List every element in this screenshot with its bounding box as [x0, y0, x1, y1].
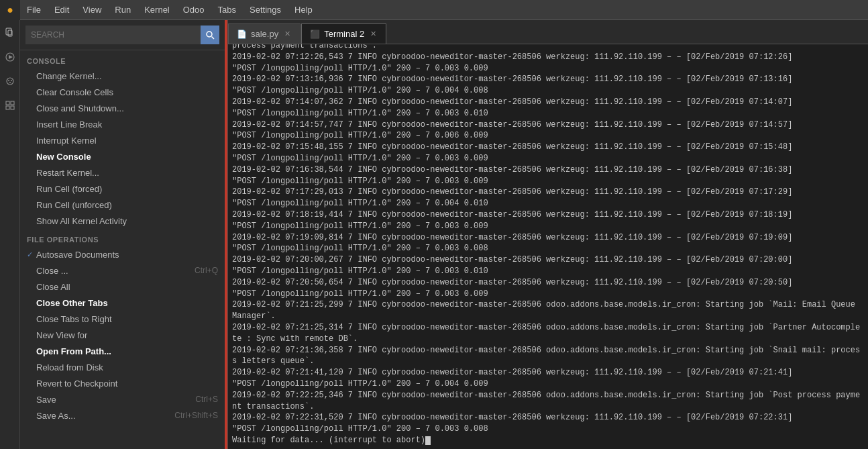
terminal-line: 2019-02-02 07:22:31,520 7 INFO cybroodoo… — [232, 412, 864, 423]
menu-edit[interactable]: Edit — [48, 0, 76, 20]
tab-terminal2[interactable]: ⬛Terminal 2✕ — [301, 23, 386, 44]
terminal-line: "POST /longpolling/poll HTTP/1.0" 200 – … — [232, 130, 864, 142]
item-label: Restart Kernel... — [36, 168, 218, 178]
item-label: Run Cell (forced) — [36, 184, 218, 194]
console-section-heading: CONSOLE — [20, 50, 225, 68]
menu-odoo[interactable]: Odoo — [176, 0, 211, 20]
item-label: New Console — [36, 152, 218, 162]
terminal-line: 2019-02-02 07:21:36,358 7 INFO cybroodoo… — [232, 345, 864, 368]
fileops-item-newviewfor[interactable]: New View for — [20, 327, 225, 343]
svg-point-5 — [8, 80, 9, 81]
svg-point-12 — [207, 32, 212, 37]
checkmark-icon: ✓ — [27, 250, 36, 259]
terminal-line: 2019-02-02 07:20:50,654 7 INFO cybroodoo… — [232, 277, 864, 289]
item-label: Close ... — [36, 266, 195, 276]
fileops-item-reloadfromdisk[interactable]: Reload from Disk — [20, 359, 225, 375]
sidebar-icon-run[interactable] — [1, 48, 19, 66]
search-icon — [205, 30, 215, 40]
item-label: Insert Line Break — [36, 119, 218, 130]
fileops-item-saveas[interactable]: Save As...Ctrl+Shift+S — [20, 407, 225, 423]
item-label: Revert to Checkpoint — [36, 379, 218, 389]
svg-rect-8 — [6, 101, 9, 105]
search-input[interactable] — [25, 26, 201, 44]
terminal-line: 2019-02-02 07:12:26,543 7 INFO cybroodoo… — [232, 52, 864, 63]
sidebar-icon-extensions[interactable] — [1, 96, 19, 115]
terminal-line: "POST /longpolling/poll HTTP/1.0" 200 – … — [232, 63, 864, 74]
search-button[interactable] — [201, 26, 219, 44]
terminal-line: 2019-02-02 07:21:41,120 7 INFO cybroodoo… — [232, 367, 864, 379]
search-bar — [20, 20, 225, 50]
console-item-restartkernel...[interactable]: Restart Kernel... — [20, 164, 225, 181]
console-item-clearconsolecells[interactable]: Clear Console Cells — [20, 84, 225, 100]
terminal-line: 2019-02-02 07:19:09,814 7 INFO cybroodoo… — [232, 232, 864, 244]
content-area: 📄sale.py✕⬛Terminal 2✕ process payment tr… — [228, 20, 868, 449]
sidebar-icon-strip — [0, 20, 20, 449]
svg-point-4 — [7, 78, 13, 85]
sidebar-icon-palette[interactable] — [1, 72, 19, 91]
fileops-item-reverttocheckpoint[interactable]: Revert to Checkpoint — [20, 375, 225, 391]
item-label: Show All Kernel Activity — [36, 216, 218, 226]
terminal-waiting-line: Waiting for data... (interrupt to abort) — [232, 435, 864, 446]
terminal-line: "POST /longpolling/poll HTTP/1.0" 200 – … — [232, 153, 864, 164]
terminal-output[interactable]: process payment transactions`.2019-02-02… — [228, 44, 868, 449]
sidebar-icon-files[interactable] — [1, 23, 19, 42]
shortcut-label: Ctrl+S — [195, 395, 218, 404]
terminal-line: "POST /longpolling/poll HTTP/1.0" 200 – … — [232, 85, 864, 97]
terminal-line: "POST /longpolling/poll HTTP/1.0" 200 – … — [232, 221, 864, 232]
fileops-item-closeothertabs[interactable]: Close Other Tabs — [20, 295, 225, 311]
svg-point-7 — [9, 82, 11, 83]
fileops-item-closeall[interactable]: Close All — [20, 279, 225, 295]
console-item-insertlinebreak[interactable]: Insert Line Break — [20, 116, 225, 132]
item-label: Close and Shutdown... — [36, 103, 218, 113]
fileops-item-autosavedocuments[interactable]: ✓Autosave Documents — [20, 246, 225, 262]
console-item-interruptkernel[interactable]: Interrupt Kernel — [20, 132, 225, 148]
svg-rect-9 — [11, 101, 14, 105]
console-item-newconsole[interactable]: New Console — [20, 148, 225, 164]
terminal-line: process payment transactions`. — [232, 44, 864, 52]
tab-bar: 📄sale.py✕⬛Terminal 2✕ — [228, 20, 868, 44]
menubar: ● FileEditViewRunKernelOdooTabsSettingsH… — [0, 0, 868, 20]
shortcut-label: Ctrl+Q — [195, 266, 218, 275]
terminal-line: "POST /longpolling/poll HTTP/1.0" 200 – … — [232, 379, 864, 390]
tab-close-button[interactable]: ✕ — [282, 30, 292, 39]
console-item-runcell(forced)[interactable]: Run Cell (forced) — [20, 181, 225, 197]
console-item-runcell(unforced)[interactable]: Run Cell (unforced) — [20, 197, 225, 213]
fileops-item-openfrompath[interactable]: Open From Path... — [20, 343, 225, 359]
terminal-line: 2019-02-02 07:22:25,346 7 INFO cybroodoo… — [232, 390, 864, 413]
terminal-line: 2019-02-02 07:13:16,936 7 INFO cybroodoo… — [232, 74, 864, 85]
file-ops-items-list: ✓Autosave DocumentsClose ...Ctrl+QClose … — [20, 246, 225, 423]
item-label: Close Other Tabs — [36, 298, 218, 308]
item-label: Reload from Disk — [36, 362, 218, 372]
menu-file[interactable]: File — [20, 0, 48, 20]
sidebar-content: CONSOLE Change Kernel...Clear Console Ce… — [20, 20, 225, 449]
terminal-line: "POST /longpolling/poll HTTP/1.0" 200 – … — [232, 198, 864, 209]
main-layout: CONSOLE Change Kernel...Clear Console Ce… — [0, 20, 868, 449]
item-label: Save As... — [36, 411, 174, 421]
file-ops-section-heading: FILE OPERATIONS — [20, 229, 225, 246]
menu-settings[interactable]: Settings — [243, 0, 288, 20]
terminal-line: 2019-02-02 07:20:00,267 7 INFO cybroodoo… — [232, 254, 864, 266]
console-items-list: Change Kernel...Clear Console CellsClose… — [20, 68, 225, 229]
svg-rect-0 — [6, 28, 11, 35]
menu-view[interactable]: View — [76, 0, 108, 20]
terminal-line: "POST /longpolling/poll HTTP/1.0" 200 – … — [232, 108, 864, 119]
terminal-line: 2019-02-02 07:14:07,362 7 INFO cybroodoo… — [232, 97, 864, 108]
menu-tabs[interactable]: Tabs — [211, 0, 243, 20]
item-label: Close All — [36, 282, 218, 292]
console-item-showallkernelactivity[interactable]: Show All Kernel Activity — [20, 213, 225, 229]
app-icon: ● — [0, 0, 20, 20]
menu-kernel[interactable]: Kernel — [138, 0, 176, 20]
item-label: Close Tabs to Right — [36, 314, 218, 324]
tab-sale.py[interactable]: 📄sale.py✕ — [228, 23, 301, 44]
item-label: Clear Console Cells — [36, 87, 218, 97]
console-item-closeandshutdown...[interactable]: Close and Shutdown... — [20, 100, 225, 116]
fileops-item-close[interactable]: Close ...Ctrl+Q — [20, 262, 225, 279]
console-item-changekernel...[interactable]: Change Kernel... — [20, 68, 225, 84]
menu-run[interactable]: Run — [108, 0, 138, 20]
fileops-item-closetabstoright[interactable]: Close Tabs to Right — [20, 311, 225, 327]
tab-close-button[interactable]: ✕ — [368, 30, 378, 39]
fileops-item-save[interactable]: SaveCtrl+S — [20, 391, 225, 407]
menu-help[interactable]: Help — [288, 0, 319, 20]
terminal-line: 2019-02-02 07:16:38,544 7 INFO cybroodoo… — [232, 164, 864, 176]
item-label: Run Cell (unforced) — [36, 200, 218, 210]
